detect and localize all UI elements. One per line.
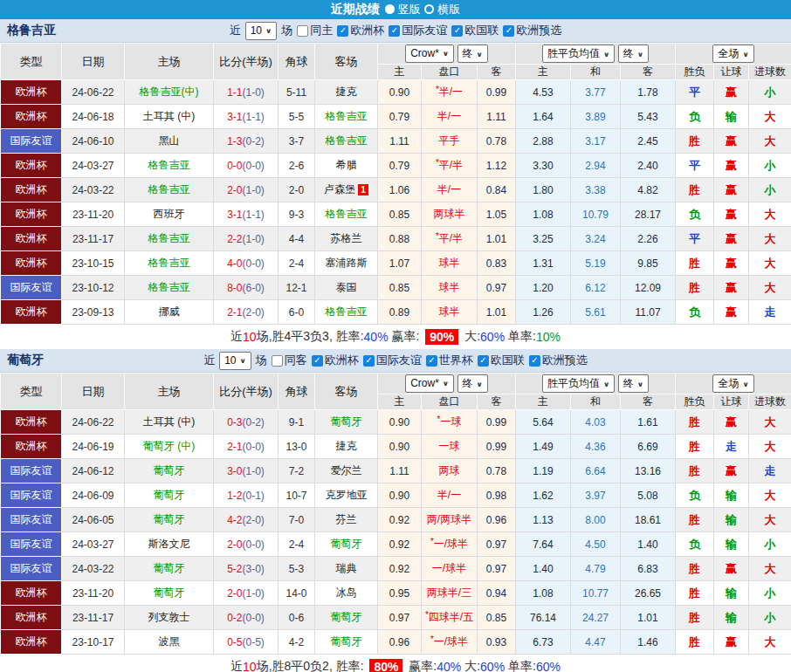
away-team: 葡萄牙 [315, 606, 378, 630]
checkbox-icon[interactable] [297, 25, 308, 37]
avg-draw-odds: 3.77 [571, 80, 621, 105]
avg-home-odds: 4.53 [516, 80, 571, 105]
competition-checkbox[interactable]: ✓ 世界杯 [426, 353, 473, 368]
odds-stage-select[interactable]: 终∨ [457, 374, 488, 393]
competition-checkbox[interactable]: ✓ 欧洲杯 [337, 23, 384, 38]
checkbox-icon[interactable] [272, 355, 283, 367]
away-team: 冰岛 [315, 581, 378, 606]
avg-away-odds: 6.69 [621, 435, 676, 459]
competition-checkbox[interactable]: ✓ 欧洲预选 [529, 353, 588, 368]
competition-checkbox[interactable]: ✓ 欧国联 [478, 353, 525, 368]
corner-score: 12-1 [279, 276, 315, 300]
summary-segment: 场,胜8平0负2, 胜率: [257, 659, 368, 672]
avg-stage-select[interactable]: 终∨ [618, 374, 649, 393]
scope-group-header: 全场∨ [676, 44, 791, 65]
sub-wl: 胜负 [676, 65, 714, 80]
layout-radio-group: 竖版 横版 [385, 2, 460, 18]
result-goals: 大 [749, 251, 791, 276]
avg-away-odds: 2.40 [621, 154, 676, 178]
competition-checkbox[interactable]: ✓ 欧洲预选 [503, 23, 561, 38]
match-type-badge: 欧洲杯 [1, 435, 62, 459]
result-handicap: 输 [714, 532, 749, 557]
avg-source-select[interactable]: 胜平负均值∨ [542, 374, 615, 393]
layout-radio-option[interactable]: 竖版 [385, 2, 421, 17]
checkbox-checked-icon[interactable]: ✓ [389, 25, 400, 37]
competition-checkbox[interactable]: ✓ 国际友谊 [363, 353, 422, 368]
home-team: 葡萄牙 (中) [125, 435, 214, 459]
checkbox-checked-icon[interactable]: ✓ [426, 355, 437, 367]
home-odds: 0.92 [378, 508, 422, 532]
odds-stage-select[interactable]: 终∨ [457, 45, 488, 63]
away-odds: 0.83 [478, 251, 516, 276]
competition-checkbox[interactable]: ✓ 国际友谊 [389, 23, 447, 38]
match-date: 24-06-12 [62, 459, 125, 483]
checkbox-checked-icon[interactable]: ✓ [451, 25, 463, 37]
checkbox-checked-icon[interactable]: ✓ [337, 25, 348, 37]
checkbox-checked-icon[interactable]: ✓ [529, 355, 540, 367]
competition-checkbox[interactable]: ✓ 欧洲杯 [312, 353, 359, 368]
result-handicap: 赢 [714, 178, 749, 202]
table-row: 欧洲杯 23-11-17 格鲁吉亚 2-2(1-0) 4-4 苏格兰 0.88 … [1, 227, 791, 251]
match-score: 4-2(2-0) [214, 508, 279, 532]
odds-source-select[interactable]: Crow*∨ [405, 45, 454, 63]
table-row: 欧洲杯 24-06-18 土耳其 (中) 3-1(1-1) 5-5 格鲁吉亚 0… [1, 105, 791, 129]
avg-away-odds: 1.78 [621, 80, 676, 105]
avg-away-odds: 4.82 [621, 178, 676, 202]
home-team: 挪威 [125, 300, 214, 325]
corner-score: 6-0 [279, 300, 315, 325]
col-date: 日期 [62, 374, 125, 410]
competition-label: 欧洲预选 [542, 353, 588, 368]
avg-draw-odds: 4.36 [571, 435, 621, 459]
scope-select[interactable]: 全场∨ [712, 374, 753, 393]
away-team: 爱尔兰 [315, 459, 378, 483]
radio-icon[interactable] [385, 4, 395, 14]
handicap: 球半 [422, 300, 478, 325]
avg-source-select[interactable]: 胜平负均值∨ [542, 45, 615, 63]
away-odds: 0.99 [478, 410, 516, 435]
away-team: 格鲁吉亚 [315, 300, 378, 325]
competition-checkbox[interactable]: ✓ 欧国联 [451, 23, 499, 38]
home-team: 列支敦士 [125, 606, 214, 630]
corner-score: 2-0 [279, 178, 315, 202]
result-handicap: 赢 [714, 129, 749, 154]
handicap: 半/一 [422, 178, 478, 202]
match-count-select[interactable]: 10∨ [245, 22, 278, 40]
odds-source-select[interactable]: Crow*∨ [405, 374, 454, 393]
avg-draw-odds: 24.27 [571, 606, 621, 630]
away-team: 泰国 [315, 276, 378, 300]
avg-away-odds: 1.01 [621, 606, 676, 630]
summary-segment: 赢率: [389, 329, 423, 345]
same-venue-checkbox[interactable]: 同客 [272, 353, 307, 368]
layout-radio-option[interactable]: 横版 [424, 2, 460, 17]
radio-icon[interactable] [424, 4, 434, 14]
checkbox-checked-icon[interactable]: ✓ [363, 355, 375, 367]
match-score: 1-3(0-2) [214, 129, 279, 154]
result-goals: 走 [749, 459, 791, 483]
away-odds: 0.97 [478, 276, 516, 300]
match-score: 0-3(0-2) [214, 410, 279, 435]
same-venue-checkbox[interactable]: 同主 [297, 23, 333, 38]
col-away: 客场 [315, 374, 378, 410]
away-odds: 0.93 [478, 630, 516, 655]
summary-portugal: 近10场,胜8平0负2, 胜率: 80% 赢率:40% 大:60% 单率:60% [0, 655, 791, 672]
avg-home-odds: 3.25 [516, 227, 571, 251]
checkbox-checked-icon[interactable]: ✓ [503, 25, 514, 37]
competition-label: 国际友谊 [402, 23, 447, 38]
checkbox-checked-icon[interactable]: ✓ [312, 355, 323, 367]
scope-select[interactable]: 全场∨ [712, 45, 753, 63]
result-goals: 大 [749, 557, 791, 581]
handicap: 平手 [422, 129, 478, 154]
table-row: 欧洲杯 23-11-20 葡萄牙 2-0(1-0) 14-0 冰岛 0.95 两… [1, 581, 791, 606]
match-score: 3-0(1-0) [214, 459, 279, 483]
chevron-down-icon: ∨ [477, 51, 483, 58]
match-date: 24-06-22 [62, 410, 125, 435]
result-goals: 小 [749, 581, 791, 606]
match-type-badge: 欧洲杯 [1, 410, 62, 435]
checkbox-checked-icon[interactable]: ✓ [478, 355, 489, 367]
match-type-badge: 欧洲杯 [1, 606, 62, 630]
summary-segment: 大: [461, 659, 480, 672]
handicap: 两球半 [422, 202, 478, 227]
match-count-select[interactable]: 10∨ [219, 352, 251, 370]
away-team: 希腊 [315, 154, 378, 178]
avg-stage-select[interactable]: 终∨ [618, 45, 649, 63]
